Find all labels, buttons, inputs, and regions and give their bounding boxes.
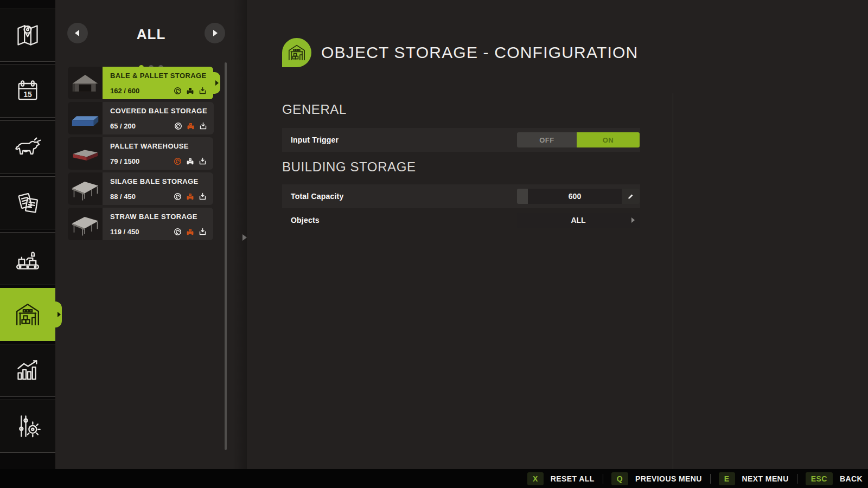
main-menu-sidebar (0, 0, 55, 488)
configuration-page: OBJECT STORAGE - CONFIGURATION GENERAL I… (247, 0, 868, 469)
capacity-edit-button[interactable] (622, 189, 640, 204)
storage-list-panel: ALL BALE & PALLET STORAGE 162 / 600 COVE… (55, 0, 247, 488)
sidebar-item-settings[interactable] (0, 400, 55, 453)
storage-item-count: 65 / 200 (110, 122, 136, 130)
key-hint-next-menu[interactable]: E NEXT MENU (719, 472, 789, 485)
toggle-off-button[interactable]: OFF (517, 132, 577, 147)
objects-label: Objects (291, 216, 320, 224)
chart-icon (12, 355, 43, 386)
list-scrollbar[interactable] (225, 62, 227, 450)
storage-item-body: STRAW BALE STORAGE 119 / 450 (103, 208, 213, 240)
storage-list-item[interactable]: BALE & PALLET STORAGE 162 / 600 (68, 67, 213, 99)
storage-item-count: 162 / 600 (110, 87, 139, 95)
bale-icon (174, 228, 182, 236)
storage-list-item[interactable]: STRAW BALE STORAGE 119 / 450 (68, 208, 213, 240)
category-filter-bar: ALL (55, 21, 247, 53)
tractor-icon (186, 192, 194, 201)
storage-item-title: BALE & PALLET STORAGE (110, 72, 207, 80)
map-icon (12, 20, 43, 50)
production-icon (12, 243, 43, 274)
panel-edge-shadow (233, 0, 247, 488)
content-scroll-track (673, 93, 673, 469)
selected-tab-bump (54, 301, 62, 328)
storage-list-item[interactable]: COVERED BALE STORAGE 65 / 200 (68, 102, 213, 134)
key-hint-previous-menu[interactable]: Q PREVIOUS MENU (611, 472, 702, 485)
pencil-icon (627, 193, 634, 200)
storage-item-body: COVERED BALE STORAGE 65 / 200 (103, 102, 214, 134)
download-icon (199, 157, 207, 165)
sidebar-item-calendar[interactable] (0, 65, 55, 118)
sidebar-item-production[interactable] (0, 232, 55, 285)
total-capacity-row: Total Capacity 600 (282, 184, 640, 208)
selected-item-notch (212, 72, 220, 94)
section-title-building-storage: BUILDING STORAGE (282, 159, 416, 175)
documents-icon (12, 188, 43, 218)
storage-item-count: 88 / 450 (110, 192, 136, 201)
input-trigger-label: Input Trigger (291, 136, 339, 144)
key-badge: X (527, 472, 544, 485)
capacity-slider-handle[interactable] (517, 189, 528, 204)
calendar-icon (12, 76, 43, 106)
bale-icon (174, 87, 182, 95)
capacity-value[interactable]: 600 (528, 189, 622, 204)
input-trigger-toggle: OFF ON (517, 132, 640, 147)
total-capacity-input: 600 (517, 189, 640, 204)
sidebar-item-animals[interactable] (0, 120, 55, 174)
storage-item-body: SILAGE BALE STORAGE 88 / 450 (103, 172, 213, 205)
sidebar-item-contracts[interactable] (0, 176, 55, 229)
hint-separator (710, 474, 711, 484)
tractor-icon (187, 122, 195, 130)
building-image (68, 138, 102, 169)
hint-separator (603, 474, 603, 484)
objects-dropdown[interactable]: ALL (517, 213, 640, 228)
storage-item-title: SILAGE BALE STORAGE (110, 177, 207, 185)
building-image (68, 174, 102, 204)
building-image (68, 68, 102, 98)
storage-item-title: COVERED BALE STORAGE (110, 107, 207, 115)
building-thumbnail (68, 172, 103, 205)
building-thumbnail (68, 67, 103, 99)
key-hint-back[interactable]: ESC BACK (806, 472, 863, 485)
filter-next-button[interactable] (205, 23, 225, 43)
storage-list: BALE & PALLET STORAGE 162 / 600 COVERED … (68, 67, 213, 243)
objects-row: Objects ALL (282, 208, 640, 232)
sidebar-item-statistics[interactable] (0, 344, 55, 397)
section-title-general: GENERAL (282, 102, 347, 117)
storage-list-item[interactable]: PALLET WAREHOUSE 79 / 1500 (68, 137, 213, 170)
building-thumbnail (68, 208, 103, 240)
input-trigger-row: Input Trigger OFF ON (282, 128, 640, 152)
object-storage-tile (282, 38, 311, 67)
page-header: OBJECT STORAGE - CONFIGURATION (282, 38, 638, 67)
key-hint-label: PREVIOUS MENU (635, 474, 702, 483)
key-badge: E (719, 472, 735, 485)
storage-item-title: STRAW BALE STORAGE (110, 213, 207, 221)
download-icon (199, 228, 207, 236)
storage-item-body: BALE & PALLET STORAGE 162 / 600 (103, 67, 213, 99)
bale-icon (174, 157, 182, 165)
page-title: OBJECT STORAGE - CONFIGURATION (321, 43, 638, 62)
warehouse-icon (12, 299, 43, 330)
key-hint-label: NEXT MENU (742, 474, 789, 483)
storage-item-count: 79 / 1500 (110, 157, 139, 165)
download-icon (199, 122, 207, 130)
bale-icon (174, 192, 182, 201)
hint-separator (797, 474, 797, 484)
storage-item-title: PALLET WAREHOUSE (110, 142, 207, 150)
bale-icon (174, 122, 182, 130)
sidebar-item-storage[interactable] (0, 288, 55, 341)
key-hint-reset-all[interactable]: X RESET ALL (527, 472, 595, 485)
building-image (68, 209, 102, 239)
toggle-on-button[interactable]: ON (577, 132, 640, 147)
storage-item-body: PALLET WAREHOUSE 79 / 1500 (103, 137, 213, 170)
building-thumbnail (68, 137, 103, 170)
tractor-icon (186, 157, 194, 165)
dropdown-arrow-icon (631, 217, 635, 223)
storage-list-item[interactable]: SILAGE BALE STORAGE 88 / 450 (68, 172, 213, 205)
download-icon (199, 87, 207, 95)
key-badge: ESC (806, 472, 833, 485)
warehouse-icon (286, 42, 308, 63)
total-capacity-label: Total Capacity (291, 192, 343, 201)
key-hint-label: RESET ALL (551, 474, 595, 483)
sidebar-item-map[interactable] (0, 9, 55, 62)
building-thumbnail (68, 102, 103, 134)
